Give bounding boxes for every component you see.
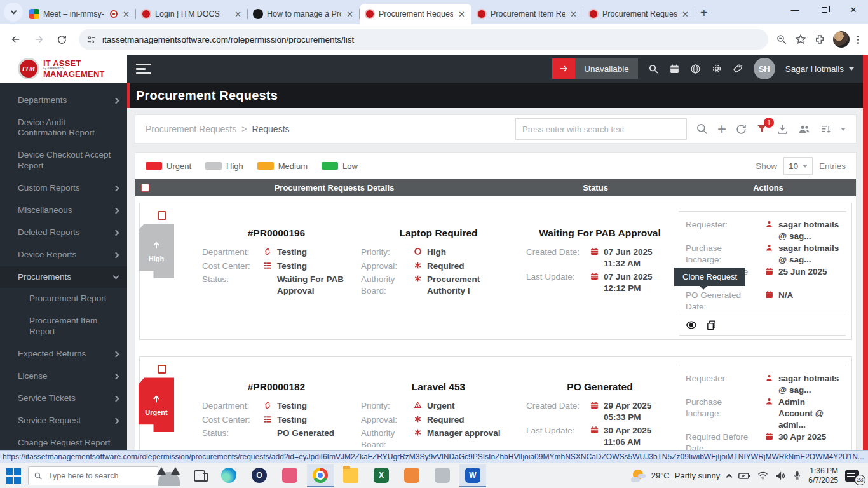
new-tab-button[interactable]: + [700,6,708,20]
hamburger-menu-icon[interactable] [136,64,151,74]
address-bar[interactable]: itassetmanagementsoftware.com/rolepermis… [79,29,768,50]
extensions-icon[interactable] [814,34,825,45]
zoom-out-icon[interactable] [776,34,787,45]
search-icon[interactable] [648,64,659,74]
request-id[interactable]: #PR0000196 [202,227,351,239]
sidebar-item[interactable]: Change Request Report [0,432,127,450]
bookmark-star-icon[interactable] [795,34,806,45]
request-title: Laptop Required [361,227,516,239]
calendar-icon[interactable] [669,64,680,74]
sidebar-item[interactable]: Custom Reports [0,177,127,200]
arrow-right-icon [552,58,575,79]
sidebar-item-label: Procurements [18,272,114,283]
list-icon [262,261,273,272]
back-button[interactable] [6,30,25,49]
export-button[interactable] [776,123,789,135]
browser-tab[interactable]: Procurement Request ✕ [583,4,695,24]
start-button[interactable] [4,466,23,485]
sidebar-item[interactable]: License [0,365,127,388]
user-avatar[interactable]: SH [754,58,775,79]
globe-icon[interactable] [690,64,701,74]
sidebar-item[interactable]: Device Reports [0,244,127,266]
sidebar-item[interactable]: Miscellaneous [0,200,127,222]
legend-chip: Low [322,161,358,171]
list-tools: + 1 [515,118,846,140]
close-button[interactable]: ✕ [839,0,868,19]
tab-close-icon[interactable]: ✕ [121,10,131,19]
sidebar-item[interactable]: Deleted Reports [0,222,127,244]
app-logo[interactable]: ITM IT ASSET by GREENITCO MANAGEMENT [0,55,127,83]
tab-close-icon[interactable]: ✕ [345,10,355,19]
speaker-icon[interactable] [775,471,786,480]
browser-tab[interactable]: How to manage a Pro ✕ [248,4,360,24]
browser-tab[interactable]: Login | ITM DOCS ✕ [136,4,248,24]
taskbar-search[interactable] [28,466,158,485]
sidebar-item[interactable]: Procurement Report [0,288,127,310]
row-checkbox[interactable] [158,365,166,374]
reload-button[interactable] [52,30,71,49]
users-button[interactable] [797,123,811,135]
restore-button[interactable] [810,0,839,19]
clock[interactable]: 1:36 PM 6/7/2025 [808,466,838,485]
add-request-button[interactable]: + [717,121,726,137]
last-update-value: 07 Jun 2025 12:12 PM [604,271,674,294]
notification-center-icon[interactable]: 23 [845,470,859,482]
entries-select[interactable]: 10 [783,157,813,175]
sidebar-item[interactable]: Expected Returns [0,343,127,365]
tab-title: How to manage a Pro [267,10,341,18]
site-settings-icon [86,35,96,44]
sidebar-item[interactable]: Device Checkout Accept Report [0,144,127,177]
show-label: Show [756,161,777,171]
browser-tab[interactable]: Meet – ini-mmsy- ✕ [24,4,136,24]
tab-close-icon[interactable]: ✕ [681,10,690,19]
search-highlight-dog-graphic[interactable] [154,466,184,486]
refresh-button[interactable] [735,123,747,135]
tab-close-icon[interactable]: ✕ [569,10,578,19]
tab-close-icon[interactable]: ✕ [457,10,466,19]
request-id[interactable]: #PR0000182 [202,381,351,393]
tab-close-icon[interactable]: ✕ [233,10,243,19]
minimize-button[interactable]: — [780,0,810,19]
browser-tab[interactable]: Procurement Request ✕ [360,4,471,24]
browser-tab[interactable]: Procurement Item Re ✕ [471,4,583,24]
clone-button[interactable] [706,320,717,330]
sidebar-item[interactable]: Departments [0,90,127,112]
select-all-checkbox[interactable] [141,184,149,192]
search-submit-icon[interactable] [696,123,709,135]
breadcrumb-parent[interactable]: Procurement Requests [146,124,236,134]
breadcrumb-current: Requests [252,124,289,134]
view-button[interactable] [686,320,697,330]
chevron-icon [113,97,119,104]
availability-toggle[interactable]: Unavailable [552,58,638,79]
microphone-icon[interactable] [793,471,801,480]
weather-widget[interactable]: 29°C Partly sunny [631,469,721,483]
browser-menu-icon[interactable] [857,36,859,44]
tag-icon[interactable] [733,64,743,74]
taskbar-search-input[interactable] [47,471,130,481]
sidebar-item[interactable]: Device Audit Confirmation Report [0,112,127,145]
battery-icon[interactable] [738,472,750,480]
sort-caret-icon[interactable] [841,128,846,131]
calendar-icon [764,431,774,450]
status-value: PO Generated [277,428,334,439]
sidebar-item[interactable]: Procurement Item Report [0,310,127,343]
row-request-col: Laravel 453 Priority: Urgent Approval: R… [355,362,520,450]
task-view-icon[interactable] [194,470,205,482]
priority-ribbon: Urgent [139,377,174,432]
legend-color-swatch [322,162,338,170]
user-menu[interactable]: Sagar Hotmails [785,64,854,74]
wifi-icon[interactable] [757,471,768,480]
sidebar-item[interactable]: Procurements [0,266,127,288]
page-scrollbar[interactable] [863,55,868,450]
tray-expand-icon[interactable] [726,473,733,480]
forward-button[interactable] [29,30,48,49]
sidebar-item[interactable]: Service Tickets [0,388,127,410]
profile-avatar[interactable] [833,31,850,48]
gear-icon[interactable] [711,63,722,74]
tab-search-chevron-icon[interactable] [4,3,23,22]
row-checkbox[interactable] [158,211,166,220]
filter-button[interactable]: 1 [756,123,768,135]
sort-button[interactable] [820,123,832,135]
search-input[interactable] [515,118,687,140]
sidebar-item[interactable]: Service Request [0,410,127,432]
